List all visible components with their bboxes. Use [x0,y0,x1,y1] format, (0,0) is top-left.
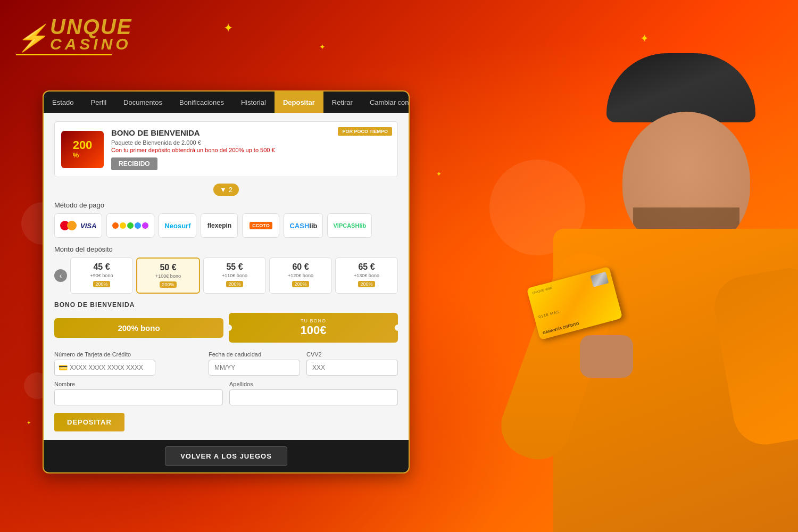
nav-historial[interactable]: Historial [232,92,275,113]
sparkle-1: ✦ [223,21,233,35]
amount-65-bonus: +130€ bono [339,273,394,278]
cashlib-text: CASHlib [289,222,317,230]
nav-perfil[interactable]: Perfil [82,92,115,113]
payment-ecoto[interactable]: CCOTO [242,213,279,238]
nav-depositar[interactable]: Depositar [275,92,323,113]
amount-50-value: 50 € [140,263,196,272]
nombre-label: Nombre [54,381,223,387]
card-number-row: Número de Tarjeta de Crédito 💳 Fecha de … [54,351,398,376]
amount-55[interactable]: 55 € +110€ bono 200% [203,257,266,294]
logo: ⚡ UNQUE CASINO [16,16,132,55]
nombre-input[interactable] [54,389,223,405]
bonus-percent-box: 200% bono [54,318,223,338]
content-area: 200 % BONO DE BIENVENIDA Paquete de Bien… [44,113,409,440]
amount-55-percent: 200% [226,281,243,287]
main-panel: Estado Perfil Documentos Bonificaciones … [43,90,410,473]
bonus-badge-number: 200 [73,139,93,151]
bonus-desc: Paquete de Bienvenida de 2.000 € [111,139,391,146]
payment-neosurf[interactable]: Neosurf [159,213,196,238]
amount-45-percent: 200% [93,281,110,287]
deposit-section-label: Monto del depósito [54,245,398,253]
prev-amount-button[interactable]: ‹ [54,269,67,282]
por-poco-badge: POR POCO TIEMPO [338,127,392,136]
mastercard-right-icon [67,221,77,230]
cvv-group: CVV2 [306,351,398,376]
bonus-row: 200% bono TU BONO 100€ [54,313,398,343]
name-row: Nombre Apellidos [54,381,398,405]
cvv-label: CVV2 [306,351,398,358]
amount-45[interactable]: 45 € +90€ bono 200% [70,257,133,294]
nav-cambiar-contrasena[interactable]: Cambiar contraseña [361,92,410,113]
fecha-group: Fecha de caducidad [209,351,300,376]
amount-50-bonus: +100€ bono [140,273,196,279]
hand [580,335,633,378]
payment-methods-container: VISA Neosurf flexepin CCOTO [54,213,398,238]
bonus-badge-percent: % [73,151,93,159]
navigation-bar: Estado Perfil Documentos Bonificaciones … [44,92,409,113]
ticket-notch-right [395,325,401,331]
cvv-input[interactable] [306,360,398,376]
card-number-wrapper: 💳 [54,360,202,376]
amount-65-value: 65 € [339,262,394,272]
neosurf-text: Neosurf [164,222,190,230]
apellidos-input[interactable] [229,389,398,405]
lightning-icon: ⚡ [16,23,48,53]
payment-cashlib[interactable]: CASHlib [284,213,323,238]
amount-55-bonus: +110€ bono [207,273,262,278]
payment-vipcash[interactable]: VIPCASHlib [327,213,372,238]
sparkle-2: ✦ [319,43,326,51]
bottom-bar: VOLVER A LOS JUEGOS [44,440,409,472]
card-number-label: Número de Tarjeta de Crédito [54,351,202,358]
amount-50-percent: 200% [160,281,176,288]
nav-documentos[interactable]: Documentos [115,92,171,113]
bonus-badge: 200 % [61,131,104,168]
credit-card-form: Número de Tarjeta de Crédito 💳 Fecha de … [54,351,398,405]
ticket-notch-left [226,325,232,331]
volver-button[interactable]: VOLVER A LOS JUEGOS [165,446,287,466]
payment-section-label: Método de pago [54,201,398,209]
bonus-highlight: Con tu primer depósito obtendrá un bono … [111,147,391,153]
credit-card-icon: 💳 [59,363,68,372]
bonus-section-title: BONO DE BIENVENIDA [54,301,398,309]
payment-flexepin[interactable]: flexepin [201,213,238,238]
tu-bono-amount: 100€ [237,323,389,337]
nav-retirar[interactable]: Retirar [323,92,361,113]
sparkle-7: ✦ [27,420,31,426]
amount-65-percent: 200% [358,281,375,287]
tu-bono-label: TU BONO [237,318,389,323]
amount-50[interactable]: 50 € +100€ bono 200% [136,257,200,294]
nav-estado[interactable]: Estado [44,92,82,113]
arrow-number: 2 [229,186,232,194]
amount-45-bonus: +90€ bono [74,273,129,278]
arrow-indicator: ▼ 2 [54,184,398,196]
amount-60-bonus: +120€ bono [273,273,328,278]
payment-skrill[interactable] [106,213,154,238]
amount-45-value: 45 € [74,262,129,272]
amount-65[interactable]: 65 € +130€ bono 200% [335,257,398,294]
amount-55-value: 55 € [207,262,262,272]
card-number-input[interactable] [54,360,155,376]
payment-visa-mc[interactable]: VISA [54,213,102,238]
arrow-down-button[interactable]: ▼ 2 [213,184,239,196]
visa-text: VISA [80,222,96,230]
nav-bonificaciones[interactable]: Bonificaciones [171,92,232,113]
amount-60[interactable]: 60 € +120€ bono 200% [269,257,332,294]
apellidos-label: Apellidos [229,381,398,387]
arrow-down-icon: ▼ [220,186,227,194]
recibido-button[interactable]: RECIBIDO [111,157,157,170]
bonus-banner: 200 % BONO DE BIENVENIDA Paquete de Bien… [54,121,398,177]
logo-line2: CASINO [50,35,132,53]
bonus-amount-box: TU BONO 100€ [229,313,398,343]
amount-60-value: 60 € [273,262,328,272]
logo-line1: UNQUE [50,16,132,37]
apellidos-group: Apellidos [229,381,398,405]
ecoto-text: CCOTO [250,222,272,229]
depositar-button[interactable]: DEPOSITAR [54,413,124,431]
fecha-label: Fecha de caducidad [209,351,300,358]
fecha-input[interactable] [209,360,300,376]
logo-underline [16,54,112,55]
deposit-amounts-container: ‹ 45 € +90€ bono 200% 50 € +100€ bono 20… [54,257,398,294]
card-number-group: Número de Tarjeta de Crédito 💳 [54,351,202,376]
vipcash-text: VIPCASHlib [333,222,366,229]
flexepin-text: flexepin [207,222,231,229]
